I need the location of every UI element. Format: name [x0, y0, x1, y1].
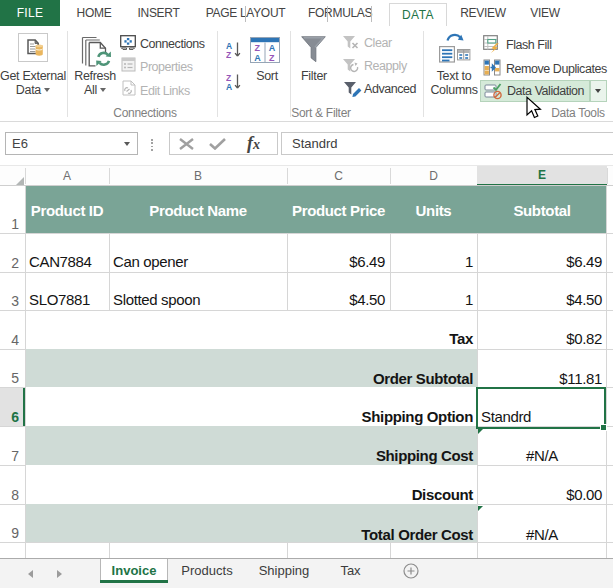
svg-text:Z: Z	[255, 43, 261, 53]
svg-text:A: A	[269, 43, 276, 53]
svg-text:A: A	[254, 53, 261, 63]
svg-text:Z: Z	[269, 53, 275, 63]
svg-text:A: A	[226, 82, 232, 92]
svg-text:Z: Z	[226, 50, 231, 60]
